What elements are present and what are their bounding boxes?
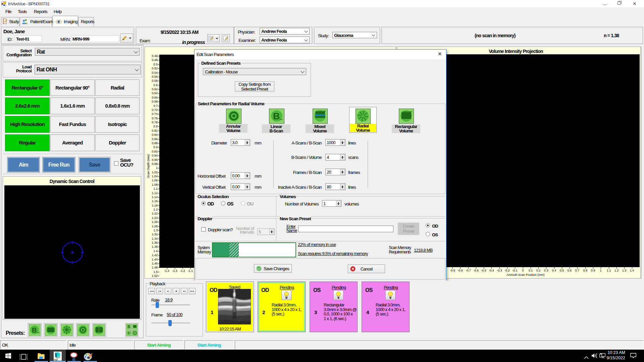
svg-text:B: B [273, 111, 279, 121]
svg-text:B: B [32, 326, 37, 334]
svg-text:scan: scan [37, 331, 40, 334]
svg-text:bioptigen: bioptigen [54, 359, 58, 361]
svg-text:scan: scan [279, 118, 283, 120]
svg-text:B: B [127, 324, 130, 329]
